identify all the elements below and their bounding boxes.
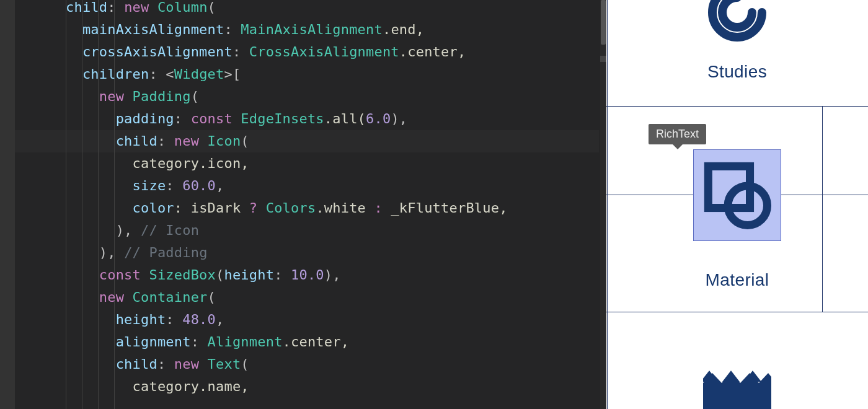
material-icon [702,161,772,230]
tile-label-material: Material [606,270,868,290]
code-line[interactable]: height: 48.0, [56,309,599,331]
code-line[interactable]: child: new Text( [56,353,599,376]
code-line[interactable]: child: new Icon( [56,130,599,152]
scrollbar-marker [600,56,606,62]
inspector-tooltip: RichText [649,124,706,144]
app-preview[interactable]: Studies Material RichText [606,0,868,409]
gutter [15,0,52,409]
code-line[interactable]: crossAxisAlignment: CrossAxisAlignment.c… [56,41,599,63]
code-editor[interactable]: child: new Column( mainAxisAlignment: Ma… [0,0,606,409]
code-line[interactable]: category.name, [56,376,599,398]
code-line[interactable]: padding: const EdgeInsets.all(6.0), [56,108,599,130]
activity-bar [0,0,15,409]
tile-label-studies: Studies [606,62,868,82]
code-line[interactable]: alignment: Alignment.center, [56,331,599,353]
code-line[interactable]: size: 60.0, [56,175,599,197]
cupertino-icon [703,371,771,409]
code-line[interactable]: child: new Column( [56,0,599,19]
studies-icon [700,0,774,50]
code-line[interactable]: mainAxisAlignment: MainAxisAlignment.end… [56,19,599,41]
inspector-gridline [606,312,868,312]
code-line[interactable]: ), // Padding [56,242,599,264]
code-line[interactable]: category.icon, [56,152,599,175]
material-tile-inspected[interactable] [694,150,781,240]
code-line[interactable]: new Container( [56,286,599,309]
code-line[interactable]: color: isDark ? Colors.white : _kFlutter… [56,197,599,219]
code-text[interactable]: child: new Column( mainAxisAlignment: Ma… [56,0,599,398]
editor-scrollbar[interactable] [600,0,606,409]
inspector-gridline [606,106,868,107]
code-line[interactable]: const SizedBox(height: 10.0), [56,264,599,286]
inspector-gridline [607,0,608,409]
code-line[interactable]: ), // Icon [56,219,599,242]
code-line[interactable]: children: <Widget>[ [56,63,599,86]
code-line[interactable]: new Padding( [56,86,599,108]
scrollbar-thumb[interactable] [601,0,606,45]
